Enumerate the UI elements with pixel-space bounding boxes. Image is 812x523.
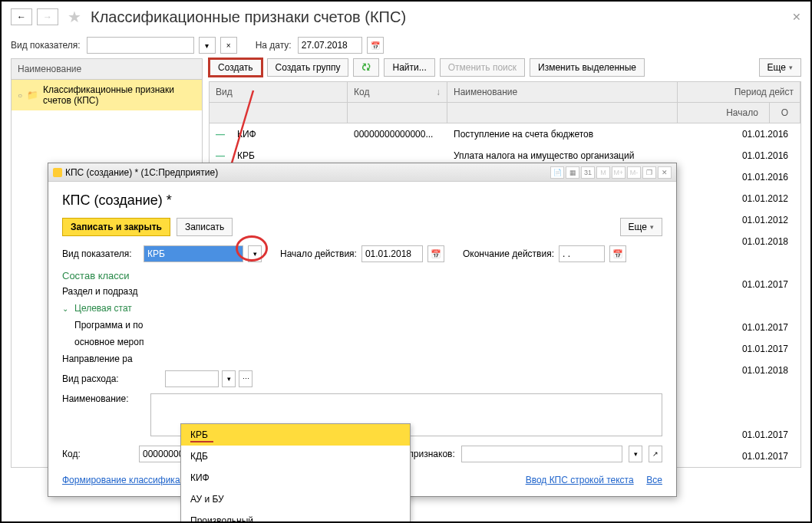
name-label: Наименование: (62, 393, 147, 404)
tb-calendar-icon[interactable]: 31 (581, 166, 595, 179)
cell-date (678, 389, 800, 395)
create-group-button[interactable]: Создать группу (267, 58, 349, 77)
cell-vid: КИФ (231, 126, 348, 143)
filter-vid-dropdown-button[interactable]: ▾ (199, 37, 216, 54)
filter-date-calendar-button[interactable]: 📅 (367, 37, 384, 54)
dialog-title: КПС (создание) * (62, 192, 662, 209)
tb-m-button[interactable]: M (596, 166, 610, 179)
vid-dropdown-button[interactable]: ▾ (248, 245, 262, 262)
cell-date: 01.01.2017 (678, 319, 800, 336)
cell-date (678, 260, 800, 266)
col-start[interactable]: Начало (678, 103, 770, 123)
col-end[interactable]: О (770, 103, 800, 123)
cell-date (678, 410, 800, 416)
dialog-titlebar[interactable]: КПС (создание) * (1С:Предприятие) 📄 ▦ 31… (48, 163, 676, 182)
filter-vid-clear-button[interactable]: × (220, 37, 237, 54)
tree-collapse-icon[interactable]: ○ (18, 91, 22, 100)
start-date-label: Начало действия: (280, 248, 357, 259)
direction-label: Направление ра (62, 354, 133, 364)
dropdown-item[interactable]: КРБ (181, 424, 410, 446)
dropdown-item[interactable]: КДБ (181, 446, 410, 467)
save-button[interactable]: Записать (177, 218, 233, 236)
app-icon (53, 168, 62, 177)
page-title: Классификационные признаки счетов (КПС) (91, 8, 406, 26)
cell-kod: 00000000000000... (348, 126, 447, 143)
end-date-input[interactable] (559, 245, 605, 262)
filter-vid-label: Вид показателя: (11, 40, 81, 51)
tb-close-button[interactable]: ✕ (658, 166, 672, 179)
close-icon[interactable]: ✕ (792, 11, 801, 23)
create-button[interactable]: Создать (209, 58, 262, 77)
col-vid[interactable]: Вид (210, 82, 348, 102)
sidebar-item-kps[interactable]: ○ 📁 Классификационные признаки счетов (К… (12, 80, 202, 110)
main-event-label: основное мероп (74, 337, 144, 347)
cell-date (678, 303, 800, 309)
cell-date: 01.01.2012 (678, 212, 800, 229)
razdel-label: Раздел и подразд (62, 286, 137, 297)
row-marker-icon: — (216, 129, 225, 140)
nav-back-button[interactable]: ← (11, 8, 32, 25)
expense-type-open-button[interactable]: ⋯ (239, 370, 253, 387)
section-composition: Состав класси (62, 270, 662, 281)
filter-date-label: На дату: (256, 40, 292, 51)
cell-date: 01.01.2017 (678, 448, 800, 465)
tb-mplus-button[interactable]: M+ (612, 166, 626, 179)
filter-date-input[interactable] (298, 37, 362, 54)
refresh-icon: 🗘 (361, 62, 371, 73)
filter-vid-combo[interactable] (87, 37, 194, 54)
expand-icon[interactable]: ⌄ (62, 304, 68, 313)
tb-mminus-button[interactable]: M- (627, 166, 641, 179)
cancel-search-button[interactable]: Отменить поиск (440, 58, 525, 77)
cell-name: Поступление на счета бюджетов (447, 126, 678, 143)
cell-date: 01.01.2017 (678, 276, 800, 293)
cell-date: 01.01.2018 (678, 362, 800, 379)
start-date-calendar-button[interactable]: 📅 (427, 245, 444, 262)
sort-icon: ↓ (436, 87, 441, 97)
nav-forward-button[interactable]: → (37, 8, 58, 25)
group-input[interactable] (461, 446, 622, 462)
program-label: Программа и по (74, 320, 143, 331)
group-dropdown-button[interactable]: ▾ (629, 446, 642, 462)
save-and-close-button[interactable]: Записать и закрыть (62, 218, 170, 236)
cell-date: 01.01.2012 (678, 190, 800, 207)
cell-name: Уплата налога на имущество организаций (447, 147, 678, 164)
tb-restore-button[interactable]: ❐ (642, 166, 656, 179)
end-date-label: Окончание действия: (463, 248, 554, 259)
folder-icon: 📁 (27, 90, 38, 100)
link-all[interactable]: Все (646, 475, 662, 485)
cell-date: 01.01.2016 (678, 126, 800, 143)
code-label: Код: (62, 449, 133, 459)
refresh-button[interactable]: 🗘 (353, 58, 379, 77)
cell-date: 01.01.2016 (678, 147, 800, 164)
dropdown-item[interactable]: КИФ (181, 467, 410, 488)
favorite-star-icon[interactable]: ★ (68, 8, 81, 26)
dialog-more-button[interactable]: Еще ▾ (620, 218, 662, 236)
sidebar-item-label: Классификационные признаки счетов (КПС) (43, 84, 196, 106)
tb-print-icon[interactable]: 📄 (550, 166, 564, 179)
vid-label: Вид показателя: (62, 248, 139, 259)
group-open-button[interactable]: ↗ (649, 446, 662, 462)
sidebar-header: Наименование (12, 59, 202, 80)
dropdown-item[interactable]: Произвольный (181, 510, 410, 523)
change-selected-button[interactable]: Изменить выделенные (530, 58, 645, 77)
col-name[interactable]: Наименование (447, 82, 678, 102)
col-period[interactable]: Период дейст (678, 82, 800, 102)
start-date-input[interactable] (361, 245, 423, 262)
cell-date: 01.01.2017 (678, 340, 800, 357)
vid-input[interactable] (144, 245, 243, 262)
tb-grid-icon[interactable]: ▦ (566, 166, 579, 179)
dialog-window-title: КПС (создание) * (1С:Предприятие) (65, 167, 218, 178)
row-marker-icon: — (216, 150, 225, 161)
cell-date: 01.01.2016 (678, 169, 800, 186)
expense-type-input[interactable] (165, 370, 219, 387)
dropdown-item[interactable]: АУ и БУ (181, 488, 410, 510)
expense-type-dropdown-button[interactable]: ▾ (222, 370, 236, 387)
cell-date: 01.01.2017 (678, 426, 800, 443)
more-button[interactable]: Еще ▾ (759, 58, 801, 77)
cell-date: 01.01.2018 (678, 233, 800, 250)
link-input-kps[interactable]: Ввод КПС строкой текста (526, 475, 634, 485)
col-kod[interactable]: Код↓ (348, 82, 447, 102)
end-date-calendar-button[interactable]: 📅 (609, 245, 626, 262)
table-row[interactable]: —КИФ00000000000000...Поступление на счет… (210, 123, 800, 145)
find-button[interactable]: Найти... (384, 58, 434, 77)
